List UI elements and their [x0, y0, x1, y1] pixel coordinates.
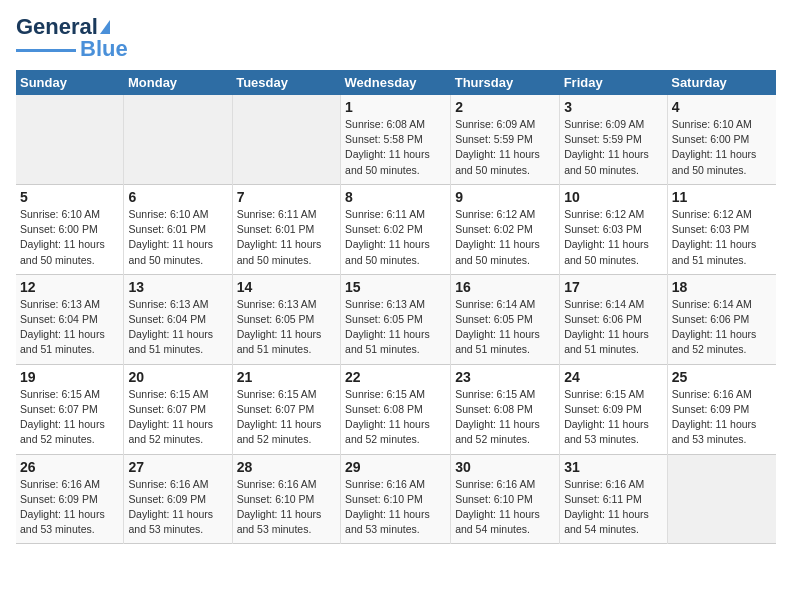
day-info: Sunrise: 6:12 AM Sunset: 6:03 PM Dayligh…	[672, 207, 772, 268]
calendar-cell: 26Sunrise: 6:16 AM Sunset: 6:09 PM Dayli…	[16, 454, 124, 544]
calendar-cell	[16, 95, 124, 184]
calendar-cell: 31Sunrise: 6:16 AM Sunset: 6:11 PM Dayli…	[560, 454, 668, 544]
day-info: Sunrise: 6:14 AM Sunset: 6:06 PM Dayligh…	[672, 297, 772, 358]
calendar-cell: 18Sunrise: 6:14 AM Sunset: 6:06 PM Dayli…	[667, 274, 776, 364]
day-number: 8	[345, 189, 446, 205]
day-number: 21	[237, 369, 336, 385]
calendar-cell: 15Sunrise: 6:13 AM Sunset: 6:05 PM Dayli…	[341, 274, 451, 364]
day-info: Sunrise: 6:16 AM Sunset: 6:09 PM Dayligh…	[20, 477, 119, 538]
day-info: Sunrise: 6:09 AM Sunset: 5:59 PM Dayligh…	[455, 117, 555, 178]
calendar-cell: 12Sunrise: 6:13 AM Sunset: 6:04 PM Dayli…	[16, 274, 124, 364]
day-info: Sunrise: 6:16 AM Sunset: 6:09 PM Dayligh…	[672, 387, 772, 448]
day-number: 11	[672, 189, 772, 205]
calendar-cell: 14Sunrise: 6:13 AM Sunset: 6:05 PM Dayli…	[232, 274, 340, 364]
day-number: 10	[564, 189, 663, 205]
calendar-cell	[124, 95, 232, 184]
calendar-table: SundayMondayTuesdayWednesdayThursdayFrid…	[16, 70, 776, 544]
day-info: Sunrise: 6:13 AM Sunset: 6:04 PM Dayligh…	[128, 297, 227, 358]
day-info: Sunrise: 6:13 AM Sunset: 6:05 PM Dayligh…	[237, 297, 336, 358]
calendar-cell: 5Sunrise: 6:10 AM Sunset: 6:00 PM Daylig…	[16, 184, 124, 274]
calendar-cell: 4Sunrise: 6:10 AM Sunset: 6:00 PM Daylig…	[667, 95, 776, 184]
day-number: 9	[455, 189, 555, 205]
day-info: Sunrise: 6:15 AM Sunset: 6:09 PM Dayligh…	[564, 387, 663, 448]
day-number: 15	[345, 279, 446, 295]
day-info: Sunrise: 6:15 AM Sunset: 6:08 PM Dayligh…	[345, 387, 446, 448]
day-number: 24	[564, 369, 663, 385]
calendar-cell	[232, 95, 340, 184]
day-info: Sunrise: 6:10 AM Sunset: 6:01 PM Dayligh…	[128, 207, 227, 268]
calendar-cell: 25Sunrise: 6:16 AM Sunset: 6:09 PM Dayli…	[667, 364, 776, 454]
day-info: Sunrise: 6:10 AM Sunset: 6:00 PM Dayligh…	[672, 117, 772, 178]
calendar-cell: 11Sunrise: 6:12 AM Sunset: 6:03 PM Dayli…	[667, 184, 776, 274]
calendar-cell: 30Sunrise: 6:16 AM Sunset: 6:10 PM Dayli…	[451, 454, 560, 544]
day-info: Sunrise: 6:15 AM Sunset: 6:07 PM Dayligh…	[237, 387, 336, 448]
day-number: 20	[128, 369, 227, 385]
day-number: 23	[455, 369, 555, 385]
day-number: 2	[455, 99, 555, 115]
day-info: Sunrise: 6:14 AM Sunset: 6:06 PM Dayligh…	[564, 297, 663, 358]
logo-triangle-icon	[100, 20, 110, 34]
calendar-cell: 9Sunrise: 6:12 AM Sunset: 6:02 PM Daylig…	[451, 184, 560, 274]
day-info: Sunrise: 6:11 AM Sunset: 6:02 PM Dayligh…	[345, 207, 446, 268]
day-info: Sunrise: 6:11 AM Sunset: 6:01 PM Dayligh…	[237, 207, 336, 268]
weekday-header-thursday: Thursday	[451, 70, 560, 95]
day-number: 5	[20, 189, 119, 205]
day-number: 30	[455, 459, 555, 475]
day-number: 19	[20, 369, 119, 385]
logo-text-blue: Blue	[80, 38, 128, 60]
calendar-cell: 24Sunrise: 6:15 AM Sunset: 6:09 PM Dayli…	[560, 364, 668, 454]
calendar-cell: 2Sunrise: 6:09 AM Sunset: 5:59 PM Daylig…	[451, 95, 560, 184]
day-number: 3	[564, 99, 663, 115]
day-number: 31	[564, 459, 663, 475]
calendar-cell: 19Sunrise: 6:15 AM Sunset: 6:07 PM Dayli…	[16, 364, 124, 454]
day-info: Sunrise: 6:15 AM Sunset: 6:07 PM Dayligh…	[20, 387, 119, 448]
calendar-cell: 27Sunrise: 6:16 AM Sunset: 6:09 PM Dayli…	[124, 454, 232, 544]
day-number: 12	[20, 279, 119, 295]
calendar-cell: 10Sunrise: 6:12 AM Sunset: 6:03 PM Dayli…	[560, 184, 668, 274]
page-header: General Blue	[16, 16, 776, 60]
calendar-cell: 7Sunrise: 6:11 AM Sunset: 6:01 PM Daylig…	[232, 184, 340, 274]
day-number: 14	[237, 279, 336, 295]
day-info: Sunrise: 6:16 AM Sunset: 6:09 PM Dayligh…	[128, 477, 227, 538]
day-number: 6	[128, 189, 227, 205]
calendar-cell: 23Sunrise: 6:15 AM Sunset: 6:08 PM Dayli…	[451, 364, 560, 454]
calendar-cell	[667, 454, 776, 544]
day-info: Sunrise: 6:16 AM Sunset: 6:10 PM Dayligh…	[345, 477, 446, 538]
calendar-cell: 6Sunrise: 6:10 AM Sunset: 6:01 PM Daylig…	[124, 184, 232, 274]
calendar-cell: 20Sunrise: 6:15 AM Sunset: 6:07 PM Dayli…	[124, 364, 232, 454]
day-number: 25	[672, 369, 772, 385]
day-info: Sunrise: 6:13 AM Sunset: 6:05 PM Dayligh…	[345, 297, 446, 358]
weekday-header-tuesday: Tuesday	[232, 70, 340, 95]
calendar-cell: 3Sunrise: 6:09 AM Sunset: 5:59 PM Daylig…	[560, 95, 668, 184]
calendar-week-row: 19Sunrise: 6:15 AM Sunset: 6:07 PM Dayli…	[16, 364, 776, 454]
calendar-cell: 13Sunrise: 6:13 AM Sunset: 6:04 PM Dayli…	[124, 274, 232, 364]
calendar-cell: 1Sunrise: 6:08 AM Sunset: 5:58 PM Daylig…	[341, 95, 451, 184]
day-info: Sunrise: 6:08 AM Sunset: 5:58 PM Dayligh…	[345, 117, 446, 178]
day-info: Sunrise: 6:16 AM Sunset: 6:10 PM Dayligh…	[237, 477, 336, 538]
calendar-week-row: 26Sunrise: 6:16 AM Sunset: 6:09 PM Dayli…	[16, 454, 776, 544]
day-info: Sunrise: 6:15 AM Sunset: 6:07 PM Dayligh…	[128, 387, 227, 448]
day-info: Sunrise: 6:14 AM Sunset: 6:05 PM Dayligh…	[455, 297, 555, 358]
day-info: Sunrise: 6:09 AM Sunset: 5:59 PM Dayligh…	[564, 117, 663, 178]
day-info: Sunrise: 6:16 AM Sunset: 6:10 PM Dayligh…	[455, 477, 555, 538]
day-info: Sunrise: 6:12 AM Sunset: 6:02 PM Dayligh…	[455, 207, 555, 268]
weekday-header-sunday: Sunday	[16, 70, 124, 95]
weekday-header-saturday: Saturday	[667, 70, 776, 95]
day-info: Sunrise: 6:10 AM Sunset: 6:00 PM Dayligh…	[20, 207, 119, 268]
day-info: Sunrise: 6:12 AM Sunset: 6:03 PM Dayligh…	[564, 207, 663, 268]
day-number: 1	[345, 99, 446, 115]
logo-line	[16, 49, 76, 52]
weekday-header-friday: Friday	[560, 70, 668, 95]
day-number: 16	[455, 279, 555, 295]
weekday-header-row: SundayMondayTuesdayWednesdayThursdayFrid…	[16, 70, 776, 95]
day-info: Sunrise: 6:16 AM Sunset: 6:11 PM Dayligh…	[564, 477, 663, 538]
calendar-cell: 17Sunrise: 6:14 AM Sunset: 6:06 PM Dayli…	[560, 274, 668, 364]
day-number: 22	[345, 369, 446, 385]
day-number: 4	[672, 99, 772, 115]
day-number: 7	[237, 189, 336, 205]
calendar-cell: 16Sunrise: 6:14 AM Sunset: 6:05 PM Dayli…	[451, 274, 560, 364]
weekday-header-wednesday: Wednesday	[341, 70, 451, 95]
calendar-cell: 22Sunrise: 6:15 AM Sunset: 6:08 PM Dayli…	[341, 364, 451, 454]
calendar-week-row: 1Sunrise: 6:08 AM Sunset: 5:58 PM Daylig…	[16, 95, 776, 184]
calendar-week-row: 5Sunrise: 6:10 AM Sunset: 6:00 PM Daylig…	[16, 184, 776, 274]
